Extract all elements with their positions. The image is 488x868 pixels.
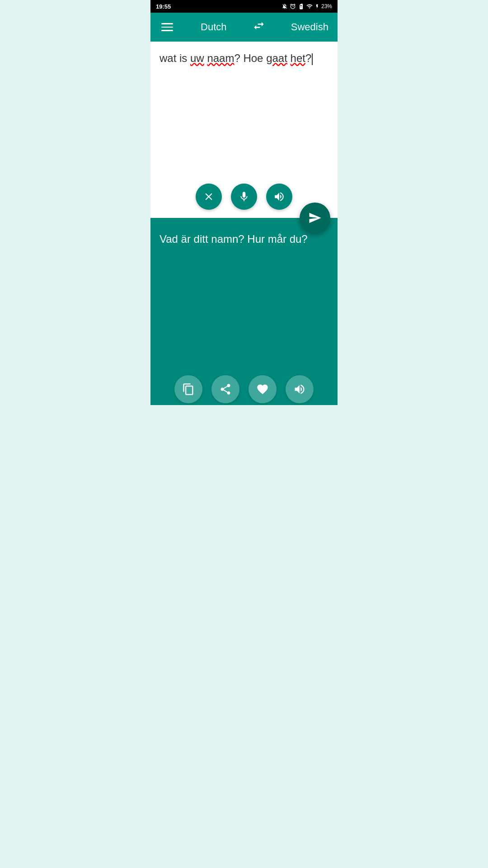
speak-input-button[interactable] — [266, 184, 292, 210]
sim-icon — [298, 3, 304, 9]
send-translate-button[interactable] — [300, 203, 330, 233]
menu-button[interactable] — [160, 21, 175, 33]
speak-translation-button[interactable] — [286, 375, 314, 403]
input-section: wat is uw naam? Hoe gaat het? — [150, 42, 338, 218]
battery-percent: 23% — [321, 3, 332, 9]
source-language[interactable]: Dutch — [201, 21, 226, 33]
status-bar: 19:55 23% — [150, 0, 338, 13]
spell-word-uw: uw — [190, 52, 204, 64]
target-language[interactable]: Swedish — [291, 21, 328, 33]
microphone-button[interactable] — [231, 184, 257, 210]
favorite-button[interactable] — [249, 375, 277, 403]
translation-actions-bar — [150, 369, 338, 405]
copy-icon — [182, 383, 195, 396]
signal-icon — [306, 3, 313, 9]
send-icon — [308, 211, 322, 225]
mute-icon — [282, 3, 288, 9]
speaker-icon — [273, 191, 285, 203]
spell-word-het: het — [291, 52, 305, 64]
close-icon — [203, 191, 215, 203]
microphone-icon — [238, 191, 250, 203]
source-text-input[interactable]: wat is uw naam? Hoe gaat het? — [150, 42, 338, 177]
copy-button[interactable] — [174, 375, 202, 403]
spell-word-gaat: gaat — [266, 52, 287, 64]
status-icons: 23% — [282, 3, 332, 9]
clear-button[interactable] — [196, 184, 222, 210]
translation-section: Vad är ditt namn? Hur mår du? — [150, 218, 338, 405]
text-cursor — [312, 53, 313, 65]
heart-icon — [256, 383, 269, 396]
alarm-icon — [290, 3, 296, 9]
swap-languages-button[interactable] — [253, 19, 265, 35]
speaker-translation-icon — [293, 383, 306, 396]
spell-word-naam: naam — [207, 52, 234, 64]
charging-icon — [315, 3, 319, 9]
toolbar: Dutch Swedish — [150, 13, 338, 42]
status-time: 19:55 — [156, 3, 171, 10]
share-button[interactable] — [211, 375, 239, 403]
share-icon — [219, 383, 232, 396]
translated-text: Vad är ditt namn? Hur mår du? — [150, 218, 338, 369]
